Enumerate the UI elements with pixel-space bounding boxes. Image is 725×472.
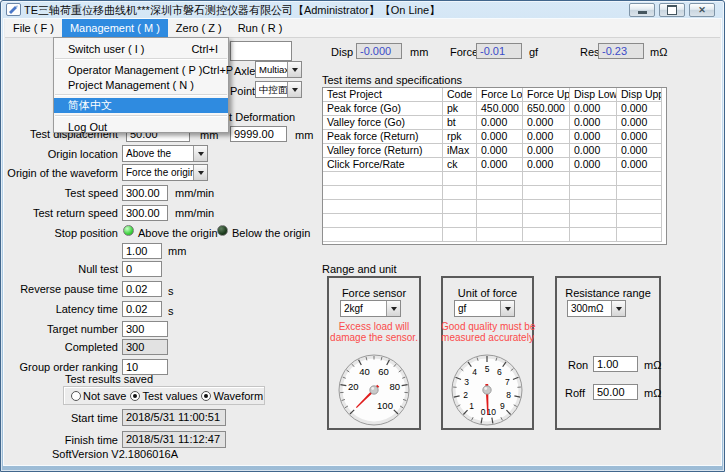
menu-item-switch-user[interactable]: Switch user ( I ) Ctrl+I <box>54 41 228 56</box>
table-cell[interactable] <box>523 200 570 214</box>
table-cell[interactable]: bt <box>443 116 477 130</box>
table-cell[interactable] <box>323 172 443 186</box>
table-cell[interactable] <box>523 228 570 242</box>
table-cell[interactable]: 0.000 <box>617 158 662 172</box>
menu-item-simplified-chinese[interactable]: 简体中文 <box>54 98 228 113</box>
table-cell[interactable]: 0.000 <box>523 116 570 130</box>
deformation-field[interactable]: 9999.00 <box>230 126 287 142</box>
table-cell[interactable]: 0.000 <box>477 130 523 144</box>
title-bar[interactable]: TE三轴荷重位移曲线机***深圳市磐石测控仪器有限公司【Administrato… <box>0 0 725 19</box>
table-cell[interactable]: 0.000 <box>570 144 617 158</box>
force-sensor-combo[interactable]: 2kgf <box>340 300 401 317</box>
table-cell[interactable]: Peak force (Go) <box>323 102 443 116</box>
table-cell[interactable] <box>570 228 617 242</box>
stop-offset-field[interactable]: 1.00 <box>122 243 162 259</box>
table-cell[interactable]: 0.000 <box>570 130 617 144</box>
axle-combo[interactable]: Multiaxi <box>255 61 302 78</box>
chevron-down-icon[interactable] <box>287 62 301 77</box>
table-cell[interactable] <box>443 228 477 242</box>
table-cell[interactable] <box>323 200 443 214</box>
minimize-button[interactable] <box>629 3 655 17</box>
table-cell[interactable] <box>617 200 662 214</box>
reverse-pause-field[interactable]: 0.02 <box>122 281 162 297</box>
table-cell[interactable]: 0.000 <box>617 144 662 158</box>
table-cell[interactable] <box>477 228 523 242</box>
menu-management[interactable]: Management ( M ) <box>62 19 168 37</box>
table-cell[interactable] <box>323 186 443 200</box>
table-cell[interactable]: rpk <box>443 130 477 144</box>
menu-file[interactable]: File ( F ) <box>5 19 62 37</box>
table-cell[interactable]: Click Force/Rate <box>323 158 443 172</box>
table-cell[interactable]: 0.000 <box>617 102 662 116</box>
table-cell[interactable]: Valley force (Return) <box>323 144 443 158</box>
radio-not-save[interactable]: Not save <box>71 390 126 402</box>
table-cell[interactable]: 0.000 <box>523 144 570 158</box>
table-cell[interactable] <box>617 214 662 228</box>
table-cell[interactable]: ck <box>443 158 477 172</box>
table-cell[interactable] <box>570 186 617 200</box>
table-cell[interactable]: Valley force (Go) <box>323 116 443 130</box>
maximize-button[interactable] <box>659 3 685 17</box>
menu-item-project-management[interactable]: Project Management ( N ) <box>54 77 228 92</box>
test-speed-field[interactable]: 300.00 <box>122 185 168 201</box>
roff-field[interactable]: 50.00 <box>593 384 638 400</box>
stop-above-led[interactable] <box>123 225 134 236</box>
table-cell[interactable] <box>443 200 477 214</box>
table-cell[interactable]: pk <box>443 102 477 116</box>
stop-below-led[interactable] <box>217 225 228 236</box>
table-cell[interactable]: 0.000 <box>523 130 570 144</box>
table-cell[interactable]: 0.000 <box>477 116 523 130</box>
table-cell[interactable] <box>323 214 443 228</box>
table-cell[interactable]: iMax <box>443 144 477 158</box>
table-cell[interactable] <box>617 172 662 186</box>
table-cell[interactable] <box>477 172 523 186</box>
menu-item-log-out[interactable]: Log Out <box>54 119 228 134</box>
table-cell[interactable] <box>477 214 523 228</box>
chevron-down-icon[interactable] <box>611 301 625 316</box>
chevron-down-icon[interactable] <box>193 146 207 161</box>
radio-test-values[interactable]: Test values <box>130 390 197 402</box>
table-cell[interactable] <box>570 214 617 228</box>
table-cell[interactable]: 0.000 <box>570 158 617 172</box>
latency-field[interactable]: 0.02 <box>122 301 162 317</box>
point-combo[interactable]: 中控面 <box>255 81 302 98</box>
null-test-field[interactable]: 0 <box>122 261 162 277</box>
table-cell[interactable]: 0.000 <box>477 158 523 172</box>
table-cell[interactable] <box>523 214 570 228</box>
table-cell[interactable] <box>443 172 477 186</box>
table-cell[interactable]: 0.000 <box>617 116 662 130</box>
table-cell[interactable] <box>443 214 477 228</box>
table-cell[interactable] <box>477 186 523 200</box>
unit-of-force-combo[interactable]: gf <box>454 300 515 317</box>
origin-location-combo[interactable]: Above the <box>122 145 208 162</box>
table-cell[interactable]: 650.000 <box>523 102 570 116</box>
table-cell[interactable]: 0.000 <box>523 158 570 172</box>
menu-item-operator-management[interactable]: Operator Management ( P ) Ctrl+P <box>54 62 228 77</box>
target-number-field[interactable]: 300 <box>122 321 168 337</box>
table-cell[interactable]: 0.000 <box>617 130 662 144</box>
table-cell[interactable] <box>617 228 662 242</box>
chevron-down-icon[interactable] <box>500 301 514 316</box>
ron-field[interactable]: 1.00 <box>593 356 638 372</box>
table-cell[interactable]: Peak force (Return) <box>323 130 443 144</box>
radio-waveform[interactable]: Waveform <box>201 390 263 402</box>
table-cell[interactable]: 0.000 <box>570 116 617 130</box>
origin-waveform-combo[interactable]: Force the origin <box>122 164 208 181</box>
chevron-down-icon[interactable] <box>193 165 207 180</box>
table-cell[interactable]: 0.000 <box>477 144 523 158</box>
table-cell[interactable]: 0.000 <box>570 102 617 116</box>
table-cell[interactable] <box>570 200 617 214</box>
table-cell[interactable] <box>523 172 570 186</box>
chevron-down-icon[interactable] <box>287 82 301 97</box>
top-text-input[interactable] <box>230 41 292 61</box>
resistance-combo[interactable]: 300mΩ <box>567 300 626 317</box>
table-cell[interactable] <box>323 228 443 242</box>
table-cell[interactable] <box>523 186 570 200</box>
table-cell[interactable] <box>617 186 662 200</box>
table-cell[interactable]: 450.000 <box>477 102 523 116</box>
menu-run[interactable]: Run ( R ) <box>230 19 291 37</box>
menu-zero[interactable]: Zero ( Z ) <box>168 19 230 37</box>
close-button[interactable]: ✕ <box>689 3 715 17</box>
table-cell[interactable] <box>570 172 617 186</box>
table-cell[interactable] <box>477 200 523 214</box>
